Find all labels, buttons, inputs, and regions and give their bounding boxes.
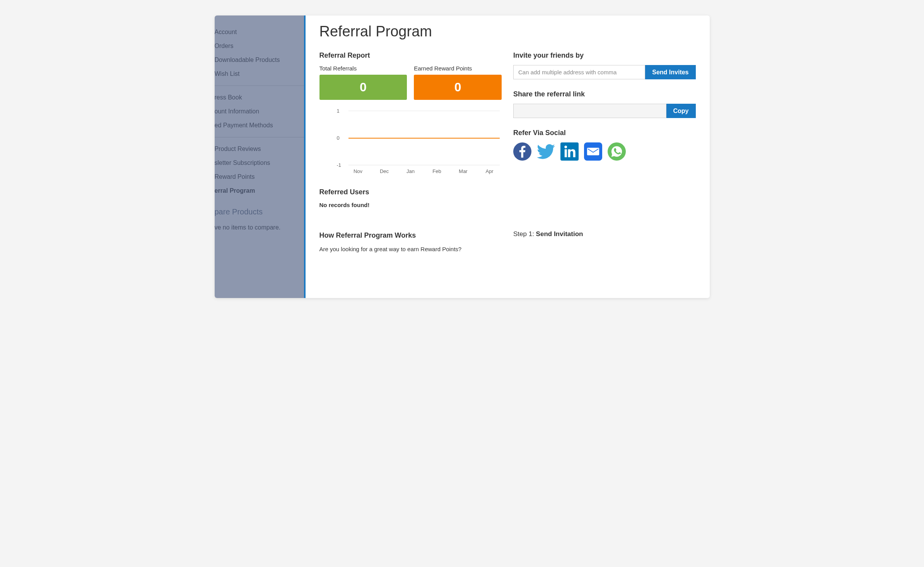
- sidebar-item-downloadable[interactable]: Downloadable Products: [215, 53, 304, 67]
- compare-note: ve no items to compare.: [215, 220, 304, 231]
- stat-total-referrals: Total Referrals 0: [319, 65, 407, 100]
- stat-value: 0: [414, 75, 502, 100]
- no-records-text: No records found!: [319, 202, 502, 208]
- referral-link-input[interactable]: [513, 104, 666, 118]
- step-label: Step 1:: [513, 230, 536, 238]
- stat-value: 0: [319, 75, 407, 100]
- main-content: Referral Program Referral Report Total R…: [306, 15, 710, 298]
- chart-xtick: Feb: [432, 168, 441, 174]
- report-heading: Referral Report: [319, 51, 502, 60]
- email-icon[interactable]: [584, 142, 602, 161]
- social-icons-row: [513, 142, 696, 161]
- chart-ytick: 0: [337, 135, 340, 141]
- app-container: Account Orders Downloadable Products Wis…: [215, 15, 710, 298]
- copy-button[interactable]: Copy: [666, 104, 696, 118]
- chart-series-line: [348, 138, 500, 139]
- column-right: Invite your friends by Send Invites Shar…: [513, 51, 696, 254]
- chart-xtick: Apr: [485, 168, 493, 174]
- whatsapp-icon[interactable]: [608, 142, 626, 161]
- invite-email-input[interactable]: [513, 65, 645, 79]
- referral-chart: 1 0 -1 Nov Dec Jan Feb Mar Apr: [319, 107, 502, 176]
- sidebar-item-payment-methods[interactable]: ed Payment Methods: [215, 118, 304, 132]
- how-works-heading: How Referral Program Works: [319, 231, 502, 240]
- sidebar-item-newsletter[interactable]: sletter Subscriptions: [215, 156, 304, 170]
- referred-users-heading: Referred Users: [319, 188, 502, 196]
- facebook-icon[interactable]: [513, 142, 531, 161]
- sidebar-item-address-book[interactable]: ress Book: [215, 91, 304, 104]
- sidebar-divider: [215, 137, 304, 137]
- invite-heading: Invite your friends by: [513, 51, 696, 60]
- sidebar-item-wishlist[interactable]: Wish List: [215, 67, 304, 81]
- chart-xtick: Mar: [459, 168, 467, 174]
- stat-label: Total Referrals: [319, 65, 407, 72]
- chart-xtick: Jan: [406, 168, 415, 174]
- chart-ytick: 1: [337, 108, 340, 114]
- how-works-text: Are you looking for a great way to earn …: [319, 245, 502, 254]
- social-heading: Refer Via Social: [513, 129, 696, 137]
- stat-reward-points: Earned Reward Points 0: [414, 65, 502, 100]
- chart-xtick: Dec: [380, 168, 389, 174]
- sidebar-item-orders[interactable]: Orders: [215, 39, 304, 53]
- twitter-icon[interactable]: [537, 142, 555, 161]
- sidebar: Account Orders Downloadable Products Wis…: [215, 15, 306, 298]
- step-title: Send Invitation: [536, 230, 583, 238]
- sidebar-item-account[interactable]: Account: [215, 25, 304, 39]
- share-row: Copy: [513, 104, 696, 118]
- chart-ytick: -1: [337, 162, 342, 168]
- sidebar-item-referral-program[interactable]: erral Program: [215, 184, 304, 198]
- share-heading: Share the referral link: [513, 90, 696, 98]
- sidebar-item-account-info[interactable]: ount Information: [215, 104, 304, 118]
- invite-row: Send Invites: [513, 65, 696, 79]
- step-row: Step 1: Send Invitation: [513, 230, 696, 238]
- send-invites-button[interactable]: Send Invites: [645, 65, 695, 79]
- chart-xtick: Nov: [354, 168, 362, 174]
- sidebar-item-reviews[interactable]: Product Reviews: [215, 142, 304, 156]
- page-title: Referral Program: [319, 23, 696, 40]
- column-left: Referral Report Total Referrals 0 Earned…: [319, 51, 502, 254]
- sidebar-item-reward-points[interactable]: Reward Points: [215, 170, 304, 184]
- stats-row: Total Referrals 0 Earned Reward Points 0: [319, 65, 502, 100]
- linkedin-icon[interactable]: [560, 142, 579, 161]
- compare-heading: pare Products: [215, 198, 304, 220]
- stat-label: Earned Reward Points: [414, 65, 502, 72]
- sidebar-divider: [215, 86, 304, 86]
- columns: Referral Report Total Referrals 0 Earned…: [319, 51, 696, 254]
